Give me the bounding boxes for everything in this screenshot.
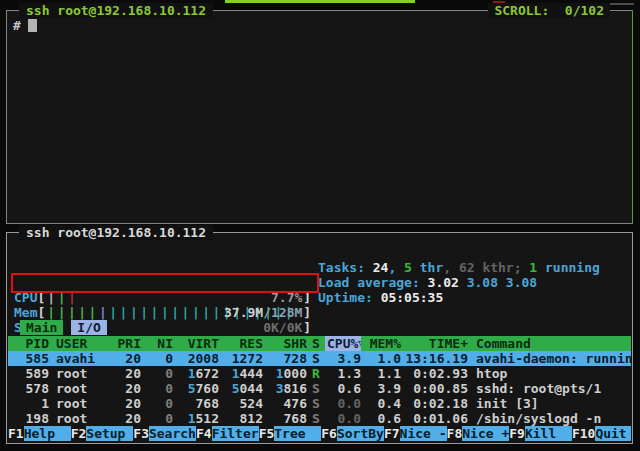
process-row[interactable]: 198root2001512812768S0.00.60:01.06/sbin/… <box>8 411 631 426</box>
process-row[interactable]: 589root200167214441000R1.31.10:02.93htop <box>8 366 631 381</box>
video-progress-artifact <box>225 0 415 3</box>
fkey-nice[interactable]: F8Nice + <box>447 426 510 441</box>
fkey-kill[interactable]: F9Kill <box>509 426 572 441</box>
load-average: Load average: 3.02 3.08 3.08 <box>318 275 537 290</box>
fkey-filter[interactable]: F4Filter <box>196 426 259 441</box>
fkey-help[interactable]: F1Help <box>8 426 71 441</box>
shell-prompt-line[interactable]: # <box>13 18 37 33</box>
process-row[interactable]: 585avahi20020081272728S3.91.013:16.19ava… <box>8 351 631 366</box>
fkey-bar: F1HelpF2SetupF3SearchF4FilterF5TreeF6Sor… <box>8 426 631 441</box>
uptime: Uptime: 05:05:35 <box>318 290 443 305</box>
fkey-setup[interactable]: F2Setup <box>71 426 134 441</box>
tasks-summary: Tasks: 24, 5 thr, 62 kthr; 1 running <box>318 260 600 275</box>
top-terminal-pane: ssh root@192.168.10.112 SCROLL: 0/102 # <box>6 10 633 224</box>
process-row[interactable]: 1root200768524476S0.00.40:02.18init [3] <box>8 396 631 411</box>
tab-io[interactable]: I/O <box>71 320 106 335</box>
bottom-pane-title: ssh root@192.168.10.112 <box>19 225 213 240</box>
fkey-nice[interactable]: F7Nice - <box>384 426 447 441</box>
fkey-sortby[interactable]: F6SortBy <box>321 426 384 441</box>
terminal-cursor <box>28 19 37 32</box>
fkey-quit[interactable]: F10Quit <box>572 426 631 441</box>
mem-annotation-box <box>11 273 319 293</box>
process-row[interactable]: 578root200576050443816S0.63.90:00.85sshd… <box>8 381 631 396</box>
scroll-indicator: SCROLL: 0/102 <box>488 3 610 18</box>
tab-main[interactable]: Main <box>20 320 63 335</box>
top-pane-title: ssh root@192.168.10.112 <box>19 3 213 18</box>
process-table-header[interactable]: PIDUSERPRINIVIRTRESSHRSCPU%▽MEM%TIME+Com… <box>8 336 631 351</box>
fkey-tree[interactable]: F5Tree <box>259 426 322 441</box>
htop-tab-bar: Main I/O <box>20 320 107 335</box>
fkey-search[interactable]: F3Search <box>133 426 196 441</box>
bottom-terminal-pane: ssh root@192.168.10.112 CPU[|||7.7%] Mem… <box>6 232 633 444</box>
shell-prompt: # <box>13 18 21 33</box>
